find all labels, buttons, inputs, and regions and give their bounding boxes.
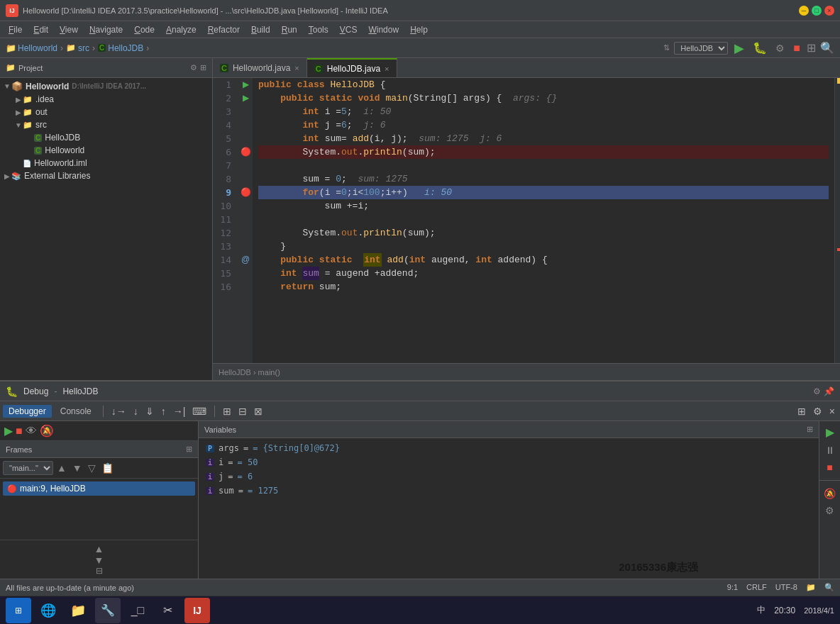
taskbar: ⊞ 🌐 📁 🔧 _□ ✂ IJ 中 20:30 2018/4/1 [0,596,840,624]
tree-item-src[interactable]: ▼ 📁 src [0,118,212,131]
taskbar-date: 2018/4/1 [804,606,834,615]
frame-down-btn[interactable]: ▼ [70,462,84,474]
breadcrumb-project[interactable]: Helloworld [18,43,57,53]
breadcrumb-class[interactable]: C HelloJDB [98,43,143,53]
menu-edit[interactable]: Edit [28,21,54,38]
stop-side-btn[interactable]: ■ [825,460,834,474]
menu-file[interactable]: File [3,21,28,38]
helloworld-tab-label: Helloworld.java [233,63,290,73]
run-to-cursor-btn[interactable]: →| [171,406,188,417]
debug-pin-icon[interactable]: 📌 [824,386,834,396]
expand-arrow-helloworld[interactable]: ▼ [3,82,11,90]
tree-item-helloworld[interactable]: ▼ 📦 Helloworld D:\IntelliJ IDEA 2017... [0,79,212,93]
taskbar-intellij-btn[interactable]: IJ [184,598,210,623]
coverage-button[interactable]: ⚙ [773,43,787,54]
run-button[interactable]: ▶ [732,40,746,56]
mute-breakpoints-btn[interactable]: 🔕 [40,424,54,438]
tree-item-idea[interactable]: ▶ 📁 .idea [0,93,212,106]
stop-button[interactable]: ■ [791,42,802,55]
gutter-debug-6[interactable]: 🔴 [238,145,253,159]
encoding[interactable]: UTF-8 [775,583,797,592]
mute-side-btn[interactable]: 🔕 [822,486,837,501]
menu-help[interactable]: Help [404,21,433,38]
debug-close-btn[interactable]: × [827,406,837,417]
menu-vcs[interactable]: VCS [334,21,363,38]
console-tab[interactable]: Console [55,405,97,418]
scroll-up-btn[interactable]: ▲ [94,543,104,555]
breadcrumb-src[interactable]: 📁 src [66,43,89,53]
resume-side-btn[interactable]: ▶ [824,424,836,440]
taskbar-windows-btn[interactable]: ⊞ [6,598,31,623]
debugger-tab[interactable]: Debugger [3,405,52,418]
frame-item-main[interactable]: 🔴 main:9, HelloJDB [3,481,195,496]
frame-up-btn[interactable]: ▲ [55,462,69,474]
menu-build[interactable]: Build [245,21,276,38]
terminal-icon: _□ [131,604,145,617]
code-content[interactable]: public class HelloJDB { public static vo… [253,78,834,363]
menu-code[interactable]: Code [128,21,160,38]
vars-btn[interactable]: ⊟ [236,406,249,417]
tab-hellojdb[interactable]: C HelloJDB.java × [307,58,397,77]
menu-analyze[interactable]: Analyze [160,21,202,38]
collapse-frames-btn[interactable]: ⊟ [96,566,103,576]
evaluate-btn[interactable]: ⌨ [190,406,209,417]
stop-debug-btn[interactable]: ■ [16,425,23,438]
tree-item-hellojdb[interactable]: C HelloJDB [0,131,212,144]
gutter-debug-9[interactable]: 🔴 [238,186,253,199]
settings-side-btn[interactable]: ⚙ [824,503,836,518]
taskbar-paint-btn[interactable]: ✂ [155,598,180,623]
sidebar-gear-icon[interactable]: ⚙ [190,63,197,72]
menu-refactor[interactable]: Refactor [202,21,245,38]
tree-item-iml[interactable]: 📄 Helloworld.iml [0,157,212,169]
hellojdb-tab-close[interactable]: × [385,65,389,73]
tab-helloworld[interactable]: C Helloworld.java × [213,58,307,77]
minimize-button[interactable]: ─ [799,6,809,16]
scroll-down-btn[interactable]: ▼ [94,555,104,566]
menu-run[interactable]: Run [276,21,303,38]
menu-tools[interactable]: Tools [303,21,334,38]
debug-button[interactable]: 🐛 [751,41,769,55]
taskbar-files-btn[interactable]: 📁 [65,598,91,623]
step-into-btn[interactable]: ↓ [131,406,140,417]
sidebar-layout-icon[interactable]: ⊞ [200,63,206,72]
frames-btn[interactable]: ⊞ [221,406,233,417]
pause-side-btn[interactable]: ⏸ [824,443,836,457]
taskbar-browser-btn[interactable]: 🌐 [35,598,61,623]
maximize-button[interactable]: □ [812,6,822,16]
debug-settings-icon[interactable]: ⚙ [813,386,821,396]
search-icon[interactable]: 🔍 [820,41,834,55]
force-step-into-btn[interactable]: ⇓ [143,406,156,417]
menu-view[interactable]: View [54,21,84,38]
menu-navigate[interactable]: Navigate [84,21,128,38]
tree-item-out[interactable]: ▶ 📁 out [0,106,212,118]
step-out-btn[interactable]: ↑ [159,406,168,417]
frames-expand-icon[interactable]: ⊞ [186,445,192,454]
cursor-position[interactable]: 9:1 [727,583,738,592]
taskbar-terminal-btn[interactable]: _□ [125,598,150,623]
thread-select[interactable]: "main..." [3,461,53,475]
gutter-run-1[interactable]: ▶ [238,78,253,91]
resume-btn[interactable]: ▶ [4,424,13,438]
menu-window[interactable]: Window [363,21,404,38]
frame-copy-btn[interactable]: 📋 [99,462,116,474]
frame-filter-btn[interactable]: ▽ [86,462,98,474]
expand-arrow-out[interactable]: ▶ [14,108,23,116]
vars-expand-icon[interactable]: ⊞ [807,425,813,434]
expand-arrow-idea[interactable]: ▶ [14,96,23,104]
restore-layout-btn[interactable]: ⊠ [252,406,265,417]
run-config-select[interactable]: HelloJDB [674,42,728,55]
expand-arrow-src[interactable]: ▼ [14,121,23,129]
view-breakpoints-btn[interactable]: 👁 [26,425,37,438]
gutter-run-2[interactable]: ▶ [238,91,253,105]
debug-restore-btn[interactable]: ⊞ [795,406,808,417]
debug-more-btn[interactable]: ⚙ [811,406,824,417]
expand-arrow-ext-lib[interactable]: ▶ [3,172,11,180]
tree-item-ext-lib[interactable]: ▶ 📚 External Libraries [0,169,212,182]
taskbar-app1-btn[interactable]: 🔧 [95,598,121,623]
helloworld-tab-close[interactable]: × [294,64,299,72]
step-over-btn[interactable]: ↓→ [109,406,128,417]
tree-item-helloworld-class[interactable]: C Helloworld [0,144,212,157]
notifications-icon[interactable]: 🔍 [824,583,834,592]
close-button[interactable]: × [824,6,834,16]
line-separator[interactable]: CRLF [746,583,767,592]
